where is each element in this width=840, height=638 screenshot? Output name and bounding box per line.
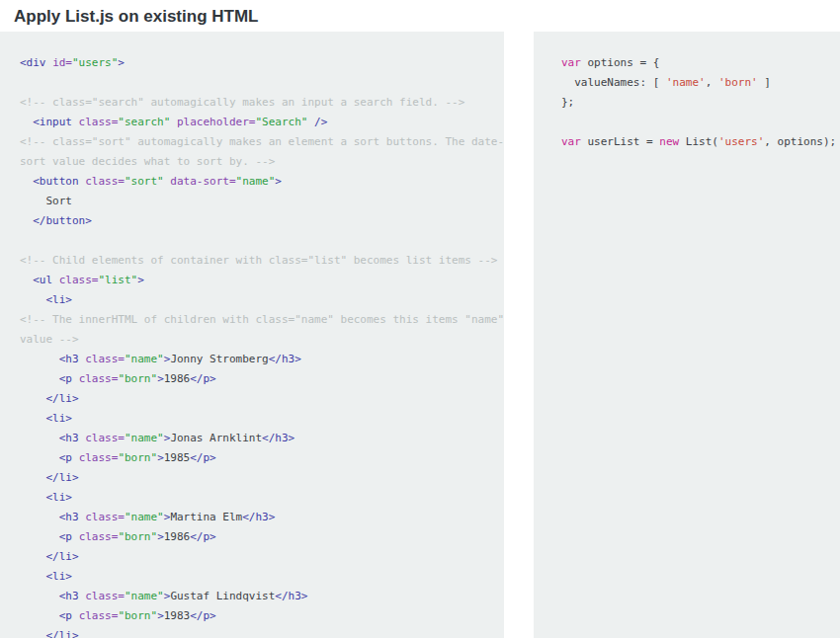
code-token-plain-text <box>20 214 33 227</box>
code-token-plain-text <box>20 116 33 128</box>
code-token-attribute-value: "born" <box>118 609 157 622</box>
code-token-plain-text: 1986 <box>164 530 191 543</box>
code-line: <button class="sort" data-sort="name"> <box>20 172 504 192</box>
code-token-tag: > <box>118 56 125 69</box>
code-line: <h3 class="name">Jonny Stromberg</h3> <box>20 350 504 369</box>
code-token-keyword: var <box>561 135 581 148</box>
code-line: <h3 class="name">Gustaf Lindqvist</h3> <box>20 587 504 606</box>
code-token-plain-text: Jonas Arnklint <box>170 432 262 444</box>
code-token-attribute-name: class= <box>59 274 99 286</box>
code-line: value --> <box>20 330 504 350</box>
content: <div id="users"> <!-- class="search" aut… <box>0 32 840 638</box>
code-token-tag: </button> <box>33 214 92 227</box>
code-token-tag: <h3 <box>59 590 86 602</box>
code-token-plain-text: userList = <box>581 135 659 148</box>
code-token-comment: <!-- The innerHTML of children with clas… <box>20 313 504 326</box>
code-token-tag: </li> <box>46 629 79 638</box>
code-line: <li> <box>20 409 504 429</box>
code-token-plain-text <box>20 175 33 188</box>
code-line: <li> <box>20 488 504 508</box>
code-token-tag: <button <box>33 175 85 188</box>
code-token-plain-text <box>20 511 59 523</box>
code-token-attribute-name: data-sort= <box>170 175 235 188</box>
code-token-tag: > <box>157 372 164 385</box>
code-token-plain-text <box>20 491 46 504</box>
code-token-comment: <!-- class="sort" automagically makes an… <box>20 135 504 148</box>
code-line: <li> <box>20 567 504 587</box>
code-token-plain-text <box>170 116 177 128</box>
code-line: sort value decides what to sort by. --> <box>20 152 504 172</box>
code-line: <h3 class="name">Jonas Arnklint</h3> <box>20 429 504 448</box>
code-token-tag: </li> <box>46 550 79 563</box>
code-token-tag: </h3> <box>242 511 275 523</box>
code-token-attribute-name: class= <box>85 590 125 602</box>
code-token-plain-text: options = { <box>581 56 659 69</box>
code-token-attribute-value: "users" <box>72 56 118 69</box>
code-token-attribute-name: class= <box>79 451 119 464</box>
code-token-tag: > <box>157 451 164 464</box>
js-code-block: var options = { valueNames: [ 'name', 'b… <box>561 53 840 152</box>
code-token-plain-text: 1983 <box>164 609 191 622</box>
code-token-plain-text <box>20 274 33 286</box>
code-token-tag: <h3 <box>59 511 86 523</box>
code-line: <!-- class="search" automagically makes … <box>20 93 504 113</box>
code-token-comment: value --> <box>20 333 79 346</box>
code-line: <p class="born">1983</p> <box>20 606 504 626</box>
code-token-plain-text: Jonny Stromberg <box>170 353 268 365</box>
code-token-plain-text: , options); <box>764 135 836 148</box>
code-token-plain-text <box>20 550 46 563</box>
code-token-plain-text: , <box>706 76 718 89</box>
code-token-plain-text <box>20 412 46 425</box>
code-token-plain-text: ] <box>758 76 771 89</box>
code-line: <!-- class="sort" automagically makes an… <box>20 132 504 152</box>
code-token-plain-text <box>20 293 46 306</box>
code-token-tag: <h3 <box>59 353 86 365</box>
code-token-tag: <p <box>59 372 79 385</box>
page-header: Apply List.js on existing HTML <box>0 0 840 32</box>
code-token-string: 'born' <box>718 76 758 89</box>
code-line: <p class="born">1986</p> <box>20 369 504 389</box>
code-token-plain-text <box>20 471 46 484</box>
code-line: var userList = new List('users', options… <box>561 132 840 152</box>
code-token-attribute-name: id= <box>52 56 72 69</box>
code-token-tag: > <box>275 175 282 188</box>
code-token-attribute-value: "name" <box>125 511 164 523</box>
code-token-comment: sort value decides what to sort by. --> <box>20 155 275 168</box>
page-title: Apply List.js on existing HTML <box>14 6 826 28</box>
code-token-string: 'name' <box>666 76 706 89</box>
code-token-attribute-name: class= <box>85 511 125 523</box>
code-token-tag: > <box>137 274 144 286</box>
code-token-attribute-name: class= <box>79 116 119 128</box>
code-token-tag: <input <box>33 116 78 128</box>
code-token-tag: <p <box>59 530 79 543</box>
code-token-plain-text: }; <box>561 96 574 109</box>
code-token-tag: </h3> <box>269 353 301 365</box>
code-line: Sort <box>20 192 504 211</box>
code-token-tag: </li> <box>46 471 79 484</box>
code-token-attribute-value: "search" <box>118 116 170 128</box>
code-token-attribute-value: "born" <box>118 530 157 543</box>
code-token-attribute-name: class= <box>79 609 119 622</box>
code-line: <p class="born">1986</p> <box>20 527 504 547</box>
code-token-tag: </li> <box>46 392 79 405</box>
code-token-tag: <li> <box>46 570 73 583</box>
code-token-tag: <li> <box>46 491 73 504</box>
code-line: <div id="users"> <box>20 53 504 73</box>
code-line: <!-- The innerHTML of children with clas… <box>20 310 504 330</box>
code-panel-html: <div id="users"> <!-- class="search" aut… <box>0 32 504 638</box>
code-token-keyword: var <box>561 56 581 69</box>
code-token-plain-text: Martina Elm <box>170 511 242 523</box>
code-token-tag: </p> <box>190 530 216 543</box>
code-token-tag: <ul <box>33 274 59 286</box>
panel-divider <box>504 32 534 638</box>
code-token-comment: <!-- Child elements of container with cl… <box>20 254 497 267</box>
code-line: </li> <box>20 547 504 567</box>
code-token-tag: /> <box>314 116 327 128</box>
code-token-plain-text: 1985 <box>164 451 191 464</box>
code-token-plain-text <box>20 451 59 464</box>
code-token-attribute-name: class= <box>79 372 119 385</box>
code-token-plain-text: 1986 <box>164 372 191 385</box>
code-panel-js: var options = { valueNames: [ 'name', 'b… <box>534 32 840 638</box>
code-token-tag: <h3 <box>59 432 86 444</box>
code-line: </li> <box>20 468 504 488</box>
